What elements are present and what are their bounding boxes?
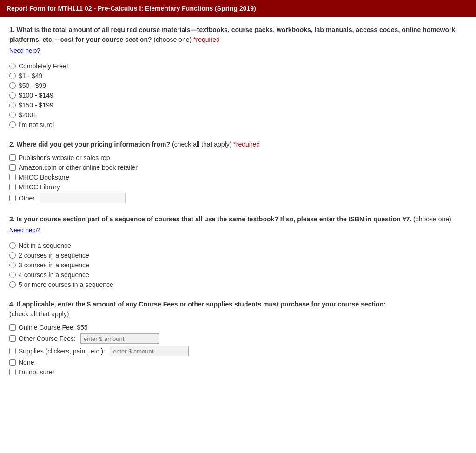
question-3: 3. Is your course section part of a sequ… (9, 214, 467, 288)
q1-option-free: Completely Free! (9, 62, 467, 70)
q1-radio-200plus[interactable] (9, 112, 16, 118)
q4-label-not-sure[interactable]: I'm not sure! (19, 368, 54, 376)
q4-checkbox-none[interactable] (9, 359, 16, 366)
q1-radio-100-149[interactable] (9, 92, 16, 99)
q3-label-3-courses[interactable]: 3 courses in a sequence (19, 261, 89, 269)
q4-label-other-fees[interactable]: Other Course Fees: (19, 335, 76, 342)
q2-checkbox-other[interactable] (9, 195, 16, 201)
q3-label-5-courses[interactable]: 5 or more courses in a sequence (19, 281, 113, 288)
q2-option-publisher: Publisher's website or sales rep (9, 154, 467, 161)
q1-radio-free[interactable] (9, 63, 16, 69)
q1-option-1-49: $1 - $49 (9, 72, 467, 80)
q2-option-bookstore: MHCC Bookstore (9, 173, 467, 181)
q3-need-help-link[interactable]: Need help? (9, 226, 40, 233)
q4-option-supplies: Supplies (clickers, paint, etc.): (9, 346, 467, 356)
q2-checkbox-bookstore[interactable] (9, 174, 16, 180)
q1-options: Completely Free! $1 - $49 $50 - $99 $100… (9, 62, 467, 128)
q3-radio-3-courses[interactable] (9, 262, 16, 268)
q1-option-200plus: $200+ (9, 111, 467, 119)
q2-checkbox-amazon[interactable] (9, 164, 16, 171)
question-1-label: 1. What is the total amount of all requi… (9, 25, 467, 45)
q1-radio-50-99[interactable] (9, 82, 16, 89)
q2-other-text-input[interactable] (40, 193, 126, 203)
q2-checkbox-library[interactable] (9, 184, 16, 190)
q1-label-200plus[interactable]: $200+ (19, 111, 37, 119)
q1-radio-1-49[interactable] (9, 73, 16, 79)
question-4: 4. If applicable, enter the $ amount of … (9, 300, 467, 376)
q2-option-other: Other (9, 193, 467, 203)
q3-label-not-in-sequence[interactable]: Not in a sequence (19, 242, 71, 249)
q1-label-free[interactable]: Completely Free! (19, 62, 68, 70)
q3-options: Not in a sequence 2 courses in a sequenc… (9, 242, 467, 288)
q2-label-amazon[interactable]: Amazon.com or other online book retailer (19, 164, 138, 171)
q1-radio-not-sure[interactable] (9, 121, 16, 128)
q1-option-50-99: $50 - $99 (9, 82, 467, 89)
q3-radio-5-courses[interactable] (9, 281, 16, 288)
q3-option-4-courses: 4 courses in a sequence (9, 271, 467, 279)
question-2-label: 2. Where did you get your pricing inform… (9, 140, 467, 149)
q3-radio-4-courses[interactable] (9, 272, 16, 278)
q3-option-not-in-sequence: Not in a sequence (9, 242, 467, 249)
q4-option-not-sure: I'm not sure! (9, 368, 467, 376)
q3-option-3-courses: 3 courses in a sequence (9, 261, 467, 269)
header-title: Report Form for MTH111 02 - Pre-Calculus… (7, 5, 256, 12)
q1-label-100-149[interactable]: $100 - $149 (19, 92, 53, 99)
question-2: 2. Where did you get your pricing inform… (9, 140, 467, 203)
q4-label-supplies[interactable]: Supplies (clickers, paint, etc.): (19, 347, 105, 355)
q4-label-none[interactable]: None. (19, 359, 36, 366)
question-3-label: 3. Is your course section part of a sequ… (9, 214, 467, 224)
q4-label-online-fee[interactable]: Online Course Fee: $55 (19, 324, 88, 331)
q3-label-4-courses[interactable]: 4 courses in a sequence (19, 271, 89, 279)
q2-option-library: MHCC Library (9, 183, 467, 191)
q1-option-150-199: $150 - $199 (9, 101, 467, 109)
q3-radio-not-in-sequence[interactable] (9, 242, 16, 249)
q4-option-other-fees: Other Course Fees: (9, 333, 467, 344)
q2-label-publisher[interactable]: Publisher's website or sales rep (19, 154, 110, 161)
q1-label-50-99[interactable]: $50 - $99 (19, 82, 46, 89)
q4-other-fees-input[interactable] (80, 333, 159, 344)
q1-option-not-sure: I'm not sure! (9, 121, 467, 128)
q1-need-help-link[interactable]: Need help? (9, 47, 40, 54)
q4-checkbox-online-fee[interactable] (9, 324, 16, 331)
q1-label-1-49[interactable]: $1 - $49 (19, 72, 42, 80)
q4-option-online-fee: Online Course Fee: $55 (9, 324, 467, 331)
q4-supplies-input[interactable] (110, 346, 189, 356)
q4-checkbox-supplies[interactable] (9, 348, 16, 354)
q2-label-other[interactable]: Other (19, 194, 35, 202)
question-4-label: 4. If applicable, enter the $ amount of … (9, 300, 467, 319)
q3-option-2-courses: 2 courses in a sequence (9, 252, 467, 259)
q4-options: Online Course Fee: $55 Other Course Fees… (9, 324, 467, 376)
header-bar: Report Form for MTH111 02 - Pre-Calculus… (0, 0, 476, 17)
q1-radio-150-199[interactable] (9, 102, 16, 108)
question-1: 1. What is the total amount of all requi… (9, 25, 467, 128)
q3-label-2-courses[interactable]: 2 courses in a sequence (19, 252, 89, 259)
q4-option-none: None. (9, 359, 467, 366)
q2-options: Publisher's website or sales rep Amazon.… (9, 154, 467, 203)
q1-option-100-149: $100 - $149 (9, 92, 467, 99)
q3-radio-2-courses[interactable] (9, 252, 16, 259)
q2-label-library[interactable]: MHCC Library (19, 183, 60, 191)
q3-option-5-courses: 5 or more courses in a sequence (9, 281, 467, 288)
q1-label-not-sure[interactable]: I'm not sure! (19, 121, 54, 128)
q1-label-150-199[interactable]: $150 - $199 (19, 101, 53, 109)
q2-checkbox-publisher[interactable] (9, 154, 16, 161)
q4-checkbox-other-fees[interactable] (9, 335, 16, 342)
q4-checkbox-not-sure[interactable] (9, 369, 16, 375)
q2-label-bookstore[interactable]: MHCC Bookstore (19, 173, 69, 181)
q2-option-amazon: Amazon.com or other online book retailer (9, 164, 467, 171)
